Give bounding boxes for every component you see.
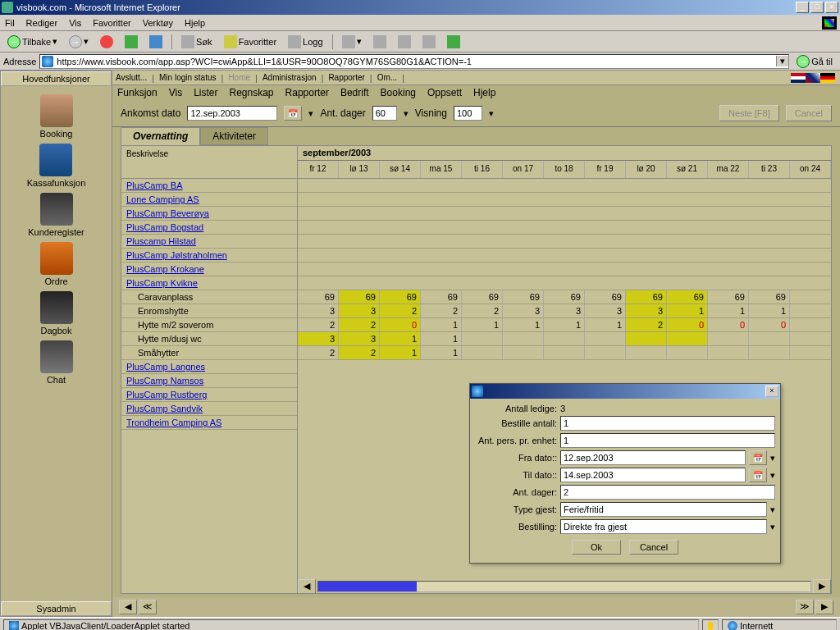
availability-cell[interactable]: 69 (298, 290, 339, 304)
availability-cell[interactable]: 69 (421, 290, 462, 304)
availability-cell[interactable]: 0 (667, 318, 708, 331)
dialog-ok-button[interactable]: Ok (572, 540, 621, 555)
availability-cell[interactable] (667, 346, 708, 359)
stop-button[interactable] (96, 33, 117, 51)
sidebar-item-kassa[interactable]: Kassafunksjon (25, 142, 88, 189)
availability-cell[interactable]: 1 (708, 304, 749, 317)
dlg-til-input[interactable] (560, 468, 746, 482)
availability-cell[interactable] (544, 346, 585, 359)
tree-row[interactable]: PlusCamp Bogstad (121, 221, 297, 235)
availability-cell[interactable]: 69 (380, 290, 421, 304)
tree-row[interactable]: Hytte m/dusj wc (121, 332, 297, 346)
availability-cell[interactable]: 3 (544, 304, 585, 317)
availability-cell[interactable]: 69 (585, 290, 626, 304)
amenu-bedrift[interactable]: Bedrift (340, 87, 369, 98)
availability-cell[interactable]: 1 (380, 346, 421, 359)
menu-hjelp[interactable]: Hjelp (185, 18, 205, 28)
refresh-button[interactable] (121, 33, 142, 51)
availability-cell[interactable]: 3 (339, 332, 380, 345)
maximize-button[interactable]: □ (810, 2, 824, 13)
dlg-fra-cal[interactable] (749, 450, 767, 465)
messenger-button[interactable] (443, 33, 464, 51)
sidebar-item-chat[interactable]: Chat (39, 339, 75, 386)
availability-cell[interactable]: 3 (503, 304, 544, 317)
availability-cell[interactable] (585, 332, 626, 345)
availability-cell[interactable] (626, 332, 667, 345)
tree-row[interactable]: Pluscamp Hilstad (121, 235, 297, 249)
mail-button[interactable]: ▾ (338, 33, 366, 51)
amenu-lister[interactable]: Lister (194, 87, 217, 98)
sysadmin-button[interactable]: Sysadmin (1, 601, 112, 616)
ankomst-input[interactable] (187, 106, 277, 121)
availability-cell[interactable]: 69 (503, 290, 544, 304)
availability-cell[interactable]: 69 (339, 290, 380, 304)
menu-favoritter[interactable]: Favoritter (93, 18, 130, 28)
availability-cell[interactable]: 3 (298, 304, 339, 317)
link-login[interactable]: Min login status (159, 73, 216, 82)
availability-cell[interactable]: 3 (298, 332, 339, 345)
availability-cell[interactable]: 69 (626, 290, 667, 304)
link-rapporter[interactable]: Rapporter (328, 73, 364, 82)
sidebar-item-booking[interactable]: Booking (39, 93, 75, 140)
tab-aktiviteter[interactable]: Aktiviteter (200, 127, 268, 145)
link-avslutt[interactable]: Avslutt... (116, 73, 147, 82)
edit-button[interactable] (394, 33, 415, 51)
tree-row[interactable]: PlusCamp Beverøya (121, 207, 297, 221)
availability-cell[interactable] (749, 332, 790, 345)
amenu-vis[interactable]: Vis (169, 87, 182, 98)
menu-verktoy[interactable]: Verktøy (143, 18, 173, 28)
dialog-close-button[interactable]: × (765, 386, 778, 397)
go-button[interactable]: →Gå til (792, 52, 837, 71)
sidebar-item-dagbok[interactable]: Dagbok (39, 290, 75, 337)
dlg-fra-input[interactable] (560, 450, 746, 465)
availability-cell[interactable]: 1 (544, 318, 585, 331)
menu-fil[interactable]: Fil (5, 18, 15, 28)
availability-cell[interactable]: 1 (421, 318, 462, 331)
nav-last[interactable]: ▶ (815, 600, 833, 614)
availability-cell[interactable]: 2 (421, 304, 462, 317)
availability-cell[interactable]: 2 (298, 318, 339, 331)
availability-cell[interactable]: 0 (708, 318, 749, 331)
availability-cell[interactable]: 0 (749, 318, 790, 331)
nav-next[interactable]: ≫ (796, 600, 814, 614)
dlg-bestille-input[interactable] (560, 416, 775, 431)
address-input[interactable] (55, 57, 776, 66)
flag-no-icon[interactable] (791, 73, 806, 83)
nav-prev[interactable]: ≪ (139, 600, 157, 614)
availability-cell[interactable]: 3 (585, 304, 626, 317)
link-om[interactable]: Om... (377, 73, 397, 82)
menu-rediger[interactable]: Rediger (26, 18, 58, 28)
history-button[interactable]: Logg (284, 33, 326, 51)
availability-cell[interactable] (708, 346, 749, 359)
tree-row[interactable]: PlusCamp Langnes (121, 360, 297, 374)
link-home[interactable]: Home (228, 73, 250, 82)
amenu-oppsett[interactable]: Oppsett (427, 87, 462, 98)
availability-cell[interactable]: 1 (749, 304, 790, 317)
amenu-regnskap[interactable]: Regnskap (230, 87, 274, 98)
search-button[interactable]: Søk (177, 33, 217, 51)
availability-cell[interactable]: 69 (667, 290, 708, 304)
availability-cell[interactable]: 3 (626, 304, 667, 317)
availability-cell[interactable]: 2 (339, 346, 380, 359)
tree-row[interactable]: Hytte m/2 soverom (121, 318, 297, 332)
tree-row[interactable]: PlusCamp Kvikne (121, 276, 297, 290)
forward-button[interactable]: →▾ (65, 33, 93, 51)
ankomst-calendar-button[interactable] (284, 106, 302, 121)
tree-row[interactable]: Trondheim Camping AS (121, 416, 297, 430)
cancel-button[interactable]: Cancel (786, 105, 832, 121)
availability-cell[interactable]: 2 (626, 318, 667, 331)
availability-cell[interactable]: 1 (503, 318, 544, 331)
dlg-pers-input[interactable] (560, 433, 775, 448)
tree-row[interactable]: PlusCamp BA (121, 179, 297, 193)
availability-cell[interactable]: 1 (667, 304, 708, 317)
availability-cell[interactable] (544, 332, 585, 345)
availability-cell[interactable]: 69 (544, 290, 585, 304)
tree-row[interactable]: PlusCamp Rustberg (121, 388, 297, 402)
amenu-funksjon[interactable]: Funksjon (117, 87, 158, 98)
dialog-cancel-button[interactable]: Cancel (629, 540, 678, 555)
availability-cell[interactable]: 69 (749, 290, 790, 304)
dlg-dager-input[interactable] (560, 485, 775, 500)
home-button[interactable] (145, 33, 167, 51)
amenu-hjelp[interactable]: Hjelp (473, 87, 495, 98)
link-admin[interactable]: Administrasjon (262, 73, 317, 82)
